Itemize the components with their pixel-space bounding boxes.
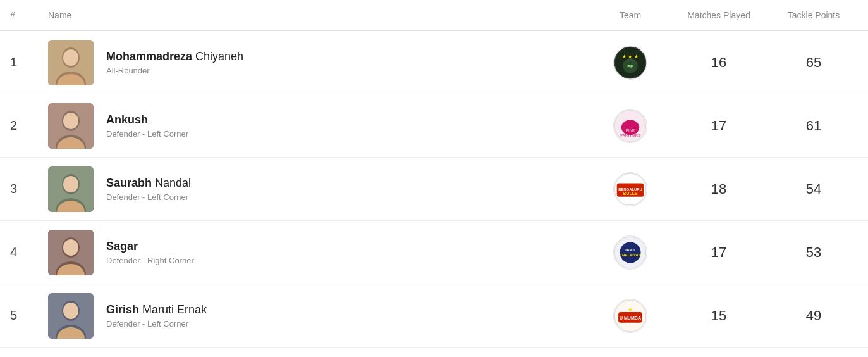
rank-number: 1: [10, 55, 48, 70]
rank-number: 3: [10, 182, 48, 196]
player-avatar: [48, 293, 94, 339]
header-name: Name: [48, 10, 592, 20]
player-position: All-Rounder: [106, 66, 243, 75]
team-logo: TAMIL THALAIVAS: [592, 235, 668, 270]
player-avatar: [48, 166, 94, 212]
player-first-name: Saurabh: [106, 177, 152, 189]
player-full-name: Ankush: [106, 113, 188, 127]
svg-text:★: ★: [628, 305, 633, 312]
svg-text:BULLS: BULLS: [623, 191, 638, 196]
player-text: Sagar Defender - Right Corner: [106, 240, 194, 265]
header-tackle: Tackle Points: [769, 10, 858, 20]
player-first-name: Sagar: [106, 240, 138, 253]
svg-point-12: [63, 113, 78, 129]
player-first-name: Mohammadreza: [106, 50, 192, 63]
team-logo-circle: ★ U MUMBA: [613, 299, 647, 333]
svg-text:THALAIVAS: THALAIVAS: [620, 253, 640, 256]
matches-played-value: 17: [668, 244, 769, 261]
table-row: 2 Ankush Defender - Left Corner JAI PINK: [0, 94, 868, 158]
player-info: Saurabh Nandal Defender - Left Corner: [48, 166, 592, 212]
team-logo: BENGALURU BULLS: [592, 172, 668, 206]
svg-point-40: [63, 303, 78, 319]
player-full-name: Saurabh Nandal: [106, 177, 191, 190]
header-team: Team: [592, 10, 668, 20]
matches-played-value: 17: [668, 118, 769, 134]
svg-text:BENGALURU: BENGALURU: [618, 187, 642, 191]
player-last-name: Chiyaneh: [195, 50, 243, 63]
tackle-points-value: 54: [769, 181, 858, 197]
svg-text:PANTHERS: PANTHERS: [620, 133, 640, 137]
player-info: Mohammadreza Chiyaneh All-Rounder: [48, 40, 592, 85]
matches-played-value: 15: [668, 308, 769, 324]
team-logo: ★ ★ ★ PP: [592, 46, 668, 80]
player-avatar: [48, 40, 94, 85]
rank-number: 4: [10, 245, 48, 260]
svg-point-31: [63, 239, 78, 256]
tackle-points-value: 49: [769, 308, 858, 324]
team-logo-circle: JAI PINK PANTHERS: [613, 109, 647, 143]
tackle-points-value: 53: [769, 244, 858, 261]
player-info: Ankush Defender - Left Corner: [48, 103, 592, 149]
player-text: Girish Maruti Ernak Defender - Left Corn…: [106, 303, 207, 329]
tackle-points-value: 61: [769, 118, 858, 134]
table-body: 1 Mohammadreza Chiyaneh All-Rounder ★ ★ …: [0, 31, 868, 348]
svg-text:PINK: PINK: [626, 128, 635, 132]
matches-played-value: 16: [668, 54, 769, 71]
player-text: Ankush Defender - Left Corner: [106, 113, 188, 139]
header-rank: #: [10, 10, 48, 20]
team-logo-circle: ★ ★ ★ PP: [613, 46, 647, 80]
table-row: 5 Girish Maruti Ernak Defender - Left Co…: [0, 284, 868, 348]
matches-played-value: 18: [668, 181, 769, 197]
tackle-points-value: 65: [769, 54, 858, 71]
table-header: # Name Team Matches Played Tackle Points: [0, 0, 868, 31]
player-full-name: Girish Maruti Ernak: [106, 303, 207, 316]
leaderboard-table: # Name Team Matches Played Tackle Points…: [0, 0, 868, 357]
rank-number: 5: [10, 308, 48, 323]
svg-text:TAMIL: TAMIL: [625, 247, 636, 251]
player-text: Saurabh Nandal Defender - Left Corner: [106, 177, 191, 202]
team-logo-circle: TAMIL THALAIVAS: [613, 235, 647, 270]
svg-point-22: [63, 176, 78, 192]
team-logo-circle: BENGALURU BULLS: [613, 172, 647, 206]
svg-text:JAI: JAI: [627, 120, 635, 125]
player-info: Sagar Defender - Right Corner: [48, 230, 592, 275]
player-last-name: Maruti Ernak: [142, 303, 207, 316]
player-avatar: [48, 103, 94, 149]
player-position: Defender - Right Corner: [106, 256, 194, 265]
table-row: 4 Sagar Defender - Right Corner TAMIL TH…: [0, 221, 868, 284]
player-last-name: Nandal: [155, 177, 191, 189]
team-logo: ★ U MUMBA: [592, 299, 668, 333]
svg-text:U MUMBA: U MUMBA: [620, 315, 641, 320]
player-position: Defender - Left Corner: [106, 192, 191, 202]
player-first-name: Ankush: [106, 113, 148, 126]
table-row: 3 Saurabh Nandal Defender - Left Corner …: [0, 158, 868, 221]
player-full-name: Mohammadreza Chiyaneh: [106, 50, 243, 63]
player-position: Defender - Left Corner: [106, 319, 207, 329]
svg-text:PP: PP: [627, 65, 633, 70]
table-row: 1 Mohammadreza Chiyaneh All-Rounder ★ ★ …: [0, 31, 868, 94]
player-info: Girish Maruti Ernak Defender - Left Corn…: [48, 293, 592, 339]
team-logo: JAI PINK PANTHERS: [592, 109, 668, 143]
player-text: Mohammadreza Chiyaneh All-Rounder: [106, 50, 243, 75]
svg-point-3: [63, 49, 78, 66]
player-position: Defender - Left Corner: [106, 129, 188, 139]
player-first-name: Girish: [106, 303, 139, 316]
player-full-name: Sagar: [106, 240, 194, 253]
player-avatar: [48, 230, 94, 275]
rank-number: 2: [10, 118, 48, 133]
header-matches: Matches Played: [668, 10, 769, 20]
